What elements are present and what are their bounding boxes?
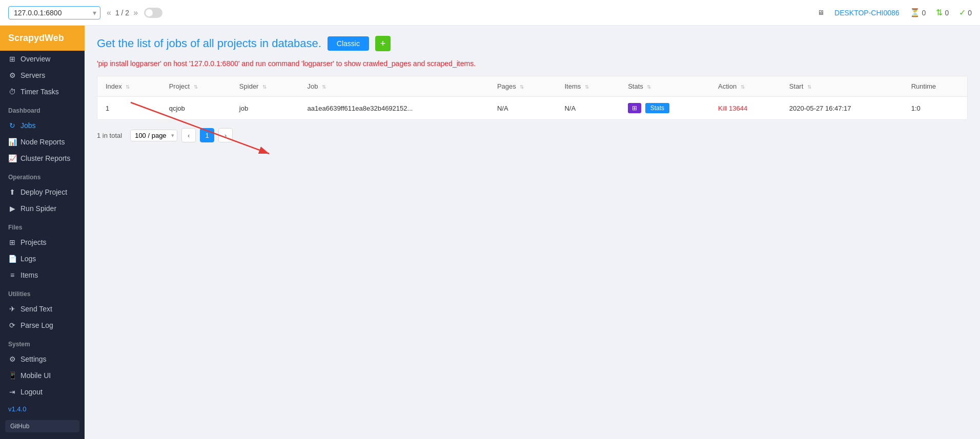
sort-project[interactable]: ⇅ [194,84,198,90]
deploy-icon: ⬆ [8,188,16,196]
sidebar-label-deploy: Deploy Project [21,188,67,196]
host-label[interactable]: DESKTOP-CHI0086 [834,9,900,17]
nav-last-icon[interactable]: » [133,8,138,17]
classic-button[interactable]: Classic [328,36,369,51]
sidebar-item-parse-log[interactable]: ⟳ Parse Log [0,317,85,333]
main-content: Get the list of jobs of all projects in … [85,26,980,439]
sidebar-item-node-reports[interactable]: 📊 Node Reports [0,134,85,150]
sidebar-item-settings[interactable]: ⚙ Settings [0,351,85,367]
sidebar-label-parse-log: Parse Log [21,321,53,329]
overview-icon: ⊞ [8,55,16,63]
col-index: Index ⇅ [97,76,161,97]
sidebar-label-cluster-reports: Cluster Reports [21,154,70,162]
server-select-wrap: 127.0.0.1:6800 [8,6,100,19]
sidebar-logo[interactable]: ScrapydWeb [0,26,85,51]
sidebar-item-cluster-reports[interactable]: 📈 Cluster Reports [0,150,85,166]
plus-button[interactable]: + [375,36,391,51]
timer-icon: ⏱ [8,88,16,96]
stats-icon-button[interactable]: ⊞ [628,103,641,113]
cell-action: Kill 13644 [710,97,781,120]
layout: ScrapydWeb ⊞ Overview ⚙ Servers ⏱ Timer … [0,26,980,439]
parse-log-icon: ⟳ [8,321,16,329]
sort-start[interactable]: ⇅ [807,84,811,90]
per-page-wrap: 10 / page 20 / page 50 / page 100 / page… [130,130,177,141]
stat-running-count: 0 [945,9,949,17]
sidebar-item-jobs[interactable]: ↻ Jobs [0,117,85,134]
cell-items: N/A [556,97,620,120]
version-label[interactable]: v1.4.0 [0,400,85,418]
toggle[interactable] [144,8,162,18]
section-title-dashboard: Dashboard [0,100,85,117]
cluster-reports-icon: 📈 [8,154,16,162]
sidebar-item-overview[interactable]: ⊞ Overview [0,51,85,67]
jobs-icon: ↻ [8,121,16,130]
sidebar-item-servers[interactable]: ⚙ Servers [0,67,85,83]
sidebar-label-node-reports: Node Reports [21,138,65,146]
cell-runtime: 1:0 [903,97,967,120]
sidebar-label-run-spider: Run Spider [21,204,56,213]
sidebar-label-send-text: Send Text [21,305,52,313]
col-job: Job ⇅ [299,76,489,97]
sort-job[interactable]: ⇅ [322,84,326,90]
col-action: Action ⇅ [710,76,781,97]
sidebar-label-settings: Settings [21,355,47,363]
section-title-utilities: Utilities [0,283,85,301]
col-spider: Spider ⇅ [231,76,299,97]
cell-start: 2020-05-27 16:47:17 [781,97,903,120]
stat-finished-count: 0 [968,9,972,17]
sidebar-label-logs: Logs [21,255,36,263]
sort-pages[interactable]: ⇅ [520,84,524,90]
sidebar-item-run-spider[interactable]: ▶ Run Spider [0,200,85,217]
sidebar-label-jobs: Jobs [21,121,36,130]
stat-pending-count: 0 [922,9,926,17]
nav-arrows: « 1 / 2 » [107,8,138,17]
sidebar-item-projects[interactable]: ⊞ Projects [0,234,85,250]
sidebar-label-timer-tasks: Timer Tasks [21,88,59,96]
sidebar-item-send-text[interactable]: ✈ Send Text [0,301,85,317]
node-reports-icon: 📊 [8,138,16,146]
sort-spider[interactable]: ⇅ [262,84,267,90]
page-indicator: 1 / 2 [115,9,129,17]
sidebar-label-overview: Overview [21,55,50,63]
logout-icon: ⇥ [8,388,16,396]
topbar-right: 🖥 DESKTOP-CHI0086 ⏳ 0 ⇅ 0 ✓ 0 [818,8,972,17]
col-items: Items ⇅ [556,76,620,97]
sidebar-item-logs[interactable]: 📄 Logs [0,250,85,267]
sort-stats[interactable]: ⇅ [647,84,651,90]
next-page-button[interactable]: › [218,128,233,142]
sidebar-item-deploy-project[interactable]: ⬆ Deploy Project [0,184,85,200]
sidebar-label-logout: Logout [21,388,43,396]
page-1-button[interactable]: 1 [200,128,214,142]
sidebar-label-projects: Projects [21,238,47,246]
jobs-table-wrap: Index ⇅ Project ⇅ Spider ⇅ Job ⇅ Pages ⇅… [97,76,968,120]
sidebar-item-logout[interactable]: ⇥ Logout [0,384,85,400]
projects-icon: ⊞ [8,238,16,246]
sort-index[interactable]: ⇅ [126,84,130,90]
col-runtime: Runtime [903,76,967,97]
stat-pending: ⏳ 0 [910,8,926,17]
running-icon: ⇅ [936,8,943,17]
section-title-operations: Operations [0,166,85,184]
server-select[interactable]: 127.0.0.1:6800 [8,6,100,19]
github-button[interactable]: GitHub [5,420,79,432]
per-page-select[interactable]: 10 / page 20 / page 50 / page 100 / page… [130,130,177,141]
nav-first-icon[interactable]: « [107,8,111,17]
prev-page-button[interactable]: ‹ [181,128,196,142]
pagination-total: 1 in total [97,132,122,139]
sidebar-item-items[interactable]: ≡ Items [0,267,85,283]
sidebar-item-mobile-ui[interactable]: 📱 Mobile UI [0,367,85,384]
items-icon: ≡ [8,271,16,279]
cell-job: aa1ea6639ff611ea8e32b4692152... [299,97,489,120]
kill-button[interactable]: Kill 13644 [718,104,747,112]
stats-button[interactable]: Stats [645,103,669,113]
sidebar: ScrapydWeb ⊞ Overview ⚙ Servers ⏱ Timer … [0,26,85,439]
jobs-table: Index ⇅ Project ⇅ Spider ⇅ Job ⇅ Pages ⇅… [97,76,967,119]
stat-finished: ✓ 0 [959,8,972,17]
sort-items[interactable]: ⇅ [585,84,589,90]
sidebar-item-timer-tasks[interactable]: ⏱ Timer Tasks [0,83,85,100]
col-pages: Pages ⇅ [489,76,557,97]
col-project: Project ⇅ [161,76,231,97]
sort-action[interactable]: ⇅ [741,84,745,90]
stat-running: ⇅ 0 [936,8,949,17]
run-spider-icon: ▶ [8,204,16,213]
